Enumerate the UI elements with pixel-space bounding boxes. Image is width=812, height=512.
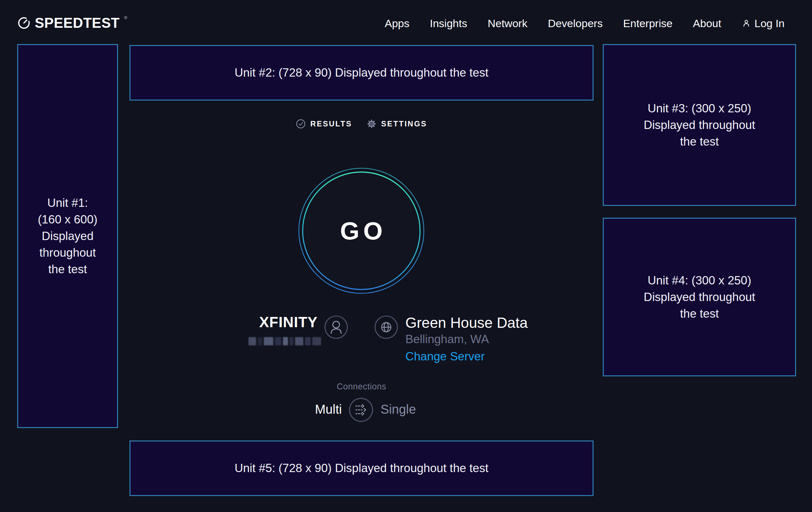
ad-text: Unit #1:(160 x 600)Displayedthroughoutth… <box>38 195 97 278</box>
ad-text-line: (160 x 600) <box>38 211 97 228</box>
ad-text-line: Unit #5: (728 x 90) Displayed throughout… <box>235 460 489 477</box>
connections-heading: Connections <box>129 382 593 392</box>
brand-wordmark: SPEEDTEST <box>35 16 120 30</box>
ad-unit-1[interactable]: Unit #1:(160 x 600)Displayedthroughoutth… <box>17 44 118 428</box>
server-location: Bellingham, WA <box>405 332 489 346</box>
isp-user-badge <box>324 315 348 339</box>
change-server-link[interactable]: Change Server <box>405 350 485 363</box>
multi-connection-icon[interactable] <box>349 397 374 422</box>
ad-text-line: Displayed throughout <box>644 289 755 305</box>
ad-text-line: Unit #1: <box>38 195 97 211</box>
globe-icon <box>374 315 398 339</box>
connections-multi-option[interactable]: Multi <box>274 402 342 417</box>
speedtest-logo[interactable]: SPEEDTEST ® <box>17 16 127 30</box>
ad-text-line: Displayed throughout <box>644 117 755 133</box>
speedometer-logo-icon <box>17 16 31 30</box>
isp-name: XFINITY <box>204 314 318 331</box>
tab-bar: RESULTS <box>129 117 593 130</box>
connections-single-option[interactable]: Single <box>380 402 416 417</box>
ad-text: Unit #4: (300 x 250)Displayed throughout… <box>644 272 755 322</box>
login-label: Log In <box>754 17 785 30</box>
nav-item-insights[interactable]: Insights <box>430 17 467 30</box>
go-button[interactable]: GO <box>297 167 425 295</box>
nav-item-enterprise[interactable]: Enterprise <box>623 17 673 30</box>
tab-results[interactable]: RESULTS <box>296 119 352 129</box>
nav-item-about[interactable]: About <box>693 17 721 30</box>
ad-text-line: throughout <box>38 244 97 261</box>
tab-settings[interactable]: SETTINGS <box>367 119 427 129</box>
ad-text-line: Unit #4: (300 x 250) <box>644 272 755 289</box>
server-name: Green House Data <box>405 314 528 331</box>
ad-text-line: the test <box>644 133 755 150</box>
nav-item-developers[interactable]: Developers <box>548 17 603 30</box>
ad-unit-2[interactable]: Unit #2: (728 x 90) Displayed throughout… <box>129 45 593 101</box>
ad-text-line: the test <box>38 261 97 278</box>
ad-text: Unit #2: (728 x 90) Displayed throughout… <box>235 64 489 81</box>
tab-settings-label: SETTINGS <box>381 119 427 128</box>
ad-text: Unit #5: (728 x 90) Displayed throughout… <box>235 460 489 477</box>
check-circle-icon <box>296 119 306 129</box>
ad-unit-4[interactable]: Unit #4: (300 x 250)Displayed throughout… <box>603 218 796 376</box>
ad-text-line: Unit #3: (300 x 250) <box>644 100 755 117</box>
go-button-label: GO <box>297 167 425 295</box>
speedtest-page: SPEEDTEST ® Apps Insights Network Develo… <box>0 0 812 512</box>
main-nav: Apps Insights Network Developers Enterpr… <box>385 16 785 31</box>
ad-unit-5[interactable]: Unit #5: (728 x 90) Displayed throughout… <box>129 440 593 496</box>
trademark-symbol: ® <box>124 15 127 20</box>
masked-ip-text <box>249 336 318 346</box>
gear-icon <box>367 119 376 129</box>
ad-text-line: the test <box>644 305 755 322</box>
nav-item-network[interactable]: Network <box>488 17 527 30</box>
nav-item-apps[interactable]: Apps <box>385 17 409 30</box>
ad-unit-3[interactable]: Unit #3: (300 x 250)Displayed throughout… <box>603 44 796 206</box>
login-button[interactable]: Log In <box>742 17 785 30</box>
ad-text: Unit #3: (300 x 250)Displayed throughout… <box>644 100 755 150</box>
ad-text-line: Unit #2: (728 x 90) Displayed throughout… <box>235 64 489 81</box>
ad-text-line: Displayed <box>38 228 97 244</box>
user-icon <box>742 19 751 28</box>
tab-results-label: RESULTS <box>310 119 352 128</box>
